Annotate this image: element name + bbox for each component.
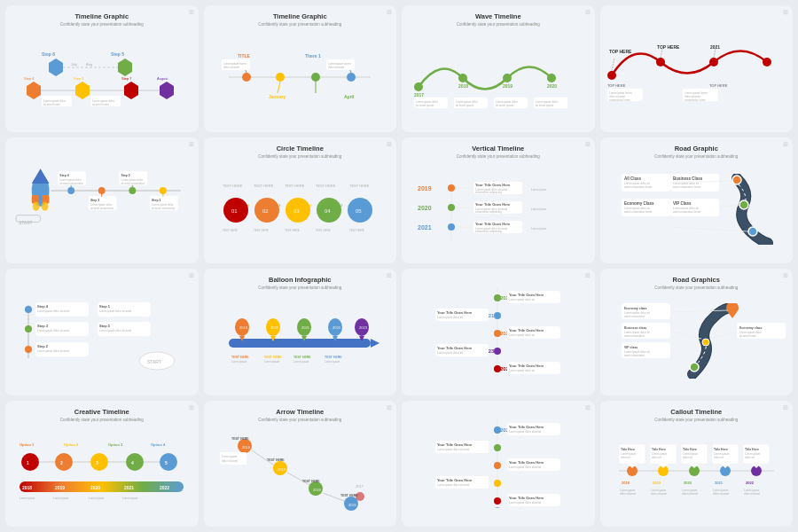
svg-text:Your Title Goes Here: Your Title Goes Here xyxy=(509,496,544,500)
svg-text:2023: 2023 xyxy=(359,325,368,330)
svg-point-291 xyxy=(90,453,108,471)
svg-text:2020: 2020 xyxy=(418,205,432,211)
card-circle-timeline[interactable]: ⊞ Circle Timeline Confidently state your… xyxy=(204,137,397,264)
card-subtitle: Confidently state your presentation subh… xyxy=(60,22,144,27)
svg-point-261 xyxy=(702,339,709,346)
svg-text:Step 1: Step 1 xyxy=(152,198,160,201)
svg-point-340 xyxy=(494,444,501,451)
card-subtitle: Confidently state your presentation subh… xyxy=(654,418,738,423)
svg-text:Lorem ipsum: Lorem ipsum xyxy=(231,360,247,364)
svg-text:sit amet consectetur: sit amet consectetur xyxy=(121,182,144,185)
vertical-3-svg: 2023 Your Title Goes Here Lorem ipsum do… xyxy=(416,419,580,508)
card-vertical-timeline-3[interactable]: ⊞ 2023 Your Title Goes Here Lorem ipsum … xyxy=(402,401,595,528)
svg-text:Lorem ipsum dolor sit: Lorem ipsum dolor sit xyxy=(509,298,535,301)
card-creative-timeline[interactable]: ⊞ Creative Timeline Confidently state yo… xyxy=(5,401,199,528)
svg-point-348 xyxy=(494,480,501,487)
svg-text:Lorem ipsum dolor sit amet: Lorem ipsum dolor sit amet xyxy=(509,501,541,505)
svg-text:TEST HERE: TEST HERE xyxy=(254,229,269,232)
card-visual: 2018 2019 2020 2021 TEST HERE TEST HERE … xyxy=(211,426,390,520)
svg-text:TOP HERE: TOP HERE xyxy=(657,44,680,50)
card-timeline-graphic-2[interactable]: ⊞ Timeline Graphic Confidently state you… xyxy=(204,5,397,132)
card-visual: 2019 2020 2021 2022 2023 TEST HERE TEST … xyxy=(211,294,390,388)
svg-text:July: July xyxy=(71,62,77,66)
card-vertical-timeline[interactable]: ⊞ Vertical Timeline Confidently state yo… xyxy=(402,137,595,264)
card-subtitle: Confidently state your presentation subh… xyxy=(258,286,341,291)
svg-text:2017: 2017 xyxy=(414,92,424,98)
svg-text:Lorem ipsum: Lorem ipsum xyxy=(122,497,138,500)
svg-text:Step 2: Step 2 xyxy=(121,174,129,177)
timeline-graphic-2-svg: TITLE There 1 January April Lorem ipsum … xyxy=(220,49,379,106)
svg-text:Step 2: Step 2 xyxy=(37,344,49,348)
svg-text:TEST HERE: TEST HERE xyxy=(293,356,311,359)
svg-text:Aug: Aug xyxy=(86,62,92,66)
svg-text:Economy Class: Economy Class xyxy=(624,201,654,206)
svg-text:Your Title Goes Here: Your Title Goes Here xyxy=(437,442,473,447)
svg-text:2020: 2020 xyxy=(270,325,279,330)
svg-text:Title Here: Title Here xyxy=(683,448,697,451)
svg-point-167 xyxy=(748,227,757,236)
svg-point-352 xyxy=(494,497,501,505)
svg-point-66 xyxy=(763,58,771,66)
card-callout-timeline[interactable]: ⊞ Callout Timeline Confidently state you… xyxy=(600,401,794,528)
svg-point-333 xyxy=(494,426,501,434)
vertical-timeline-svg: 2019 Your Title Goes Here Lorem ipsum do… xyxy=(416,176,580,243)
card-road-graphics[interactable]: ⊞ Road Graphics Confidently state your p… xyxy=(600,269,794,395)
arrow-left-svg: Step 4 Lorem ipsum dolor sit amet Step 3… xyxy=(20,292,184,372)
card-visual: 2020 Your Title Goes Here Lorem ipsum do… xyxy=(409,276,588,388)
svg-point-240 xyxy=(494,312,501,319)
svg-marker-8 xyxy=(75,82,90,99)
svg-point-190 xyxy=(25,346,32,353)
callout-svg: Title Here Lorem ipsum dolor sit Title H… xyxy=(614,440,778,506)
svg-point-165 xyxy=(732,176,741,184)
corner-icon: ⊞ xyxy=(585,272,591,279)
svg-text:Your Title Goes Here: Your Title Goes Here xyxy=(437,346,473,350)
card-wave-timeline[interactable]: ⊞ Wave Timeline Confidently state your p… xyxy=(402,5,595,132)
corner-icon: ⊞ xyxy=(783,141,788,148)
svg-text:Lorem ipsum dolor sit amet: Lorem ipsum dolor sit amet xyxy=(437,448,469,451)
svg-text:2: 2 xyxy=(60,460,63,466)
svg-point-142 xyxy=(448,184,455,192)
wave-svg: 2017 2018 2019 2020 Lorem ipsum dolor si… xyxy=(414,47,583,109)
svg-text:Step 6: Step 6 xyxy=(42,51,55,57)
svg-text:Your Title Goes Here: Your Title Goes Here xyxy=(437,310,473,315)
svg-text:sit amet lorem: sit amet lorem xyxy=(43,103,60,106)
svg-text:START: START xyxy=(147,359,161,364)
svg-text:dolor sit amet: dolor sit amet xyxy=(682,492,698,496)
card-visual: TOP HERE TOP HERE 2021 TOP HERE TOP HERE… xyxy=(607,12,786,125)
svg-point-65 xyxy=(709,58,718,66)
svg-text:Lorem ipsum dolor sit: Lorem ipsum dolor sit xyxy=(509,369,535,372)
svg-text:TEST HERE: TEST HERE xyxy=(325,356,342,359)
svg-text:TEST HERE: TEST HERE xyxy=(316,184,336,188)
svg-marker-7 xyxy=(27,82,41,99)
svg-text:Step 3: Step 3 xyxy=(37,324,49,328)
card-arrow-timeline[interactable]: ⊞ Arrow Timeline Confidently state your … xyxy=(204,401,397,528)
svg-text:Your Title Goes Here: Your Title Goes Here xyxy=(475,222,511,226)
svg-text:sit amet lorem: sit amet lorem xyxy=(92,103,109,106)
card-road-graphic[interactable]: ⊞ Road Graphic Confidently state your pr… xyxy=(600,137,794,264)
svg-text:Business class: Business class xyxy=(624,326,646,330)
svg-text:Lorem ipsum dolor sit amet: Lorem ipsum dolor sit amet xyxy=(37,349,69,353)
corner-icon: ⊞ xyxy=(387,404,392,411)
card-balloon-infographic[interactable]: ⊞ Balloon Infographic Confidently state … xyxy=(204,269,397,395)
card-vertical-timeline-2[interactable]: ⊞ 2020 Your Title Goes Here Lorem ipsum … xyxy=(402,269,595,395)
svg-text:Option 2: Option 2 xyxy=(64,442,79,447)
svg-point-293 xyxy=(126,453,144,471)
corner-icon: ⊞ xyxy=(387,141,392,148)
svg-text:dolor sit amet: dolor sit amet xyxy=(222,459,238,463)
card-rocket[interactable]: ⊞ Step 4 Lorem ipsu xyxy=(5,137,199,264)
corner-icon: ⊞ xyxy=(783,9,788,16)
svg-text:dolor sit: dolor sit xyxy=(714,456,724,459)
card-subtitle: Confidently state your presentation subh… xyxy=(258,22,341,27)
svg-text:Step 3: Step 3 xyxy=(90,198,99,201)
svg-point-189 xyxy=(25,325,32,332)
svg-text:2022: 2022 xyxy=(160,485,169,490)
card-arrow-left[interactable]: ⊞ Step 4 Lorem ipsum dolor sit amet Step… xyxy=(5,269,199,395)
svg-text:Option 4: Option 4 xyxy=(151,442,166,447)
card-wave-timeline-2[interactable]: ⊞ TOP HERE TOP HERE 2021 TOP HERE TOP HE… xyxy=(600,5,794,132)
corner-icon: ⊞ xyxy=(387,9,392,16)
svg-text:2021: 2021 xyxy=(124,485,134,490)
card-timeline-graphic-1[interactable]: ⊞ Timeline Graphic Confidently state you… xyxy=(5,5,199,132)
svg-text:2022: 2022 xyxy=(332,325,341,330)
svg-point-90 xyxy=(67,187,74,194)
svg-text:dolor sit amet: dolor sit amet xyxy=(651,492,667,496)
